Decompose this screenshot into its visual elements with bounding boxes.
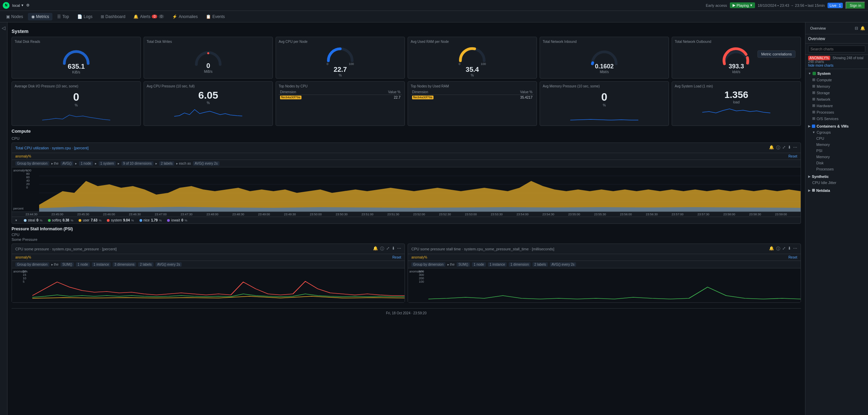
legend-system-unit: % (131, 219, 134, 222)
tab-events[interactable]: 📋 Events (202, 13, 228, 20)
tree-ojs[interactable]: ⊞ O/S Services (809, 115, 868, 122)
xaxis-t19: 23:53:30 (491, 213, 503, 216)
tree-cgroups-cpu[interactable]: CPU (814, 135, 868, 142)
tab-top[interactable]: ☰ Top (54, 13, 72, 20)
tab-alerts[interactable]: 🔔 Alerts 0 0 (130, 13, 167, 20)
card-disk-writes-title: Total Disk Writes (147, 40, 270, 44)
cpu-yvals: 100806040200 (26, 167, 39, 190)
more-icon[interactable]: ⋯ (397, 246, 401, 252)
tree-network[interactable]: ⊞ Network (809, 96, 868, 102)
info-icon[interactable]: ⓘ (380, 246, 384, 252)
tree-cgroups-psi-label: Memory (816, 143, 830, 147)
live-badge[interactable]: Live 1 (828, 3, 843, 8)
env-selector[interactable]: local ▾ ⚙ (12, 3, 30, 7)
tree-cgroups[interactable]: ▼ Cgroups (809, 129, 868, 135)
tree-cgroups-psi[interactable]: PSI (814, 148, 868, 154)
tree-compute[interactable]: ⊞ Compute (809, 77, 868, 83)
xaxis-t18: 23:53:00 (465, 213, 477, 216)
gauge-ram: 0 100 35.4 % (411, 45, 534, 76)
query-sep3: ▸ (95, 162, 97, 165)
download-icon[interactable]: ⬇ (392, 246, 395, 252)
alert-chart-icon[interactable]: 🔔 (769, 145, 774, 151)
sys-load-value: 1.356 (675, 89, 798, 100)
alert-icon[interactable]: 🔔 (373, 246, 378, 252)
query-tag-system: 1 system (99, 161, 116, 166)
query-reset[interactable]: Reset (788, 154, 797, 158)
info-chart-icon[interactable]: ⓘ (776, 145, 780, 151)
legend-steal: steal 0 % (24, 218, 43, 222)
download-chart-icon[interactable]: ⬇ (788, 145, 791, 151)
tree-synthetic[interactable]: ▶ Synthetic (805, 173, 868, 180)
legend-nice-value: 1.79 (151, 218, 158, 222)
tree-netdata[interactable]: ▶ ⊞ Netdata (805, 187, 868, 194)
tree-cgroups-memory[interactable]: Memory (814, 142, 868, 148)
nodes-ram-table: Dimension Value % flec64a30f79a 35.4217 (411, 89, 534, 100)
tree-cgroups-memory2[interactable]: Memory (814, 154, 868, 160)
more-icon-r[interactable]: ⋯ (793, 246, 797, 252)
tree-storage[interactable]: ⊞ Storage (809, 89, 868, 96)
tree-processes[interactable]: ⊞ Processes (809, 109, 868, 115)
tree-hardware[interactable]: ⊞ Hardware (809, 102, 868, 109)
metric-correlations-button[interactable]: Metric correlations (757, 50, 796, 58)
psi-r-reset[interactable]: Reset (788, 255, 797, 259)
card-disk-writes: Total Disk Writes 0 MiB/s (144, 37, 273, 79)
info-icon-r[interactable]: ⓘ (776, 246, 780, 252)
tree-cgroups-procs[interactable]: Processes (814, 166, 868, 172)
nodes-cpu-header: Dimension Value % (279, 89, 402, 95)
tab-metrics[interactable]: ◉ Metrics (28, 13, 53, 20)
xaxis-t24: 23:56:00 (620, 213, 632, 216)
gauge-disk-writes: 0 MiB/s (147, 45, 270, 76)
settings-icon[interactable]: ⚙ (26, 3, 30, 7)
expand-icon[interactable]: ⤢ (386, 246, 390, 252)
tree-processes-label: Processes (817, 110, 834, 114)
left-collapse-button[interactable]: ◁ (0, 22, 7, 415)
alert-icon-r[interactable]: 🔔 (769, 246, 774, 252)
live-count: 1 (839, 3, 841, 7)
tab-overview[interactable]: Overview (808, 25, 828, 31)
tree-containers[interactable]: ▶ Containers & VMs (805, 123, 868, 129)
expand-chart-icon[interactable]: ⤢ (782, 145, 786, 151)
playing-button[interactable]: ▶ Playing ▾ (730, 2, 755, 8)
live-label: Live (830, 3, 836, 7)
disk-io-sparkline (15, 110, 138, 122)
psi-left-query2: Group by dimension ▸ the SUM() 1 node 1 … (12, 261, 405, 268)
mem-pressure-value: 0 (543, 91, 666, 103)
xaxis-t2: 23:45:00 (51, 213, 63, 216)
legend-user-dot (79, 219, 81, 222)
yaxis-percent-label: percent (13, 207, 24, 210)
tab-dashboard[interactable]: ⊞ Dashboard (97, 13, 129, 20)
legend-system-dot (107, 219, 110, 222)
grid-network-icon: ⊞ (812, 97, 815, 101)
psi-reset[interactable]: Reset (392, 255, 401, 259)
tree-system[interactable]: ▼ System (805, 70, 868, 77)
query-sep6: ▸ each as (176, 162, 191, 165)
more-chart-icon[interactable]: ⋯ (793, 145, 797, 151)
grid-hw-icon: ⊞ (812, 103, 815, 108)
legend-user-unit: % (99, 219, 101, 222)
legend-collapse-icon[interactable]: ▾ (15, 218, 17, 222)
tree-cpu-idle-jitter[interactable]: CPU Idle Jitter (809, 180, 868, 186)
psi-left-controls[interactable]: 🔔 ⓘ ⤢ ⬇ ⋯ (373, 246, 401, 252)
tab-alerts-label: Alerts (140, 14, 150, 19)
bell-panel-icon[interactable]: 🔔 (860, 26, 865, 31)
psi-right-query2: Group by dimension ▸ the SUM() 1 node 1 … (408, 261, 801, 268)
tab-nodes[interactable]: ▣ Nodes (3, 13, 27, 20)
chart-controls[interactable]: 🔔 ⓘ ⤢ ⬇ ⋯ (769, 145, 797, 151)
grid-icon: ⊞ (101, 14, 104, 19)
tab-logs[interactable]: 📄 Logs (74, 13, 96, 20)
charts-more-link[interactable]: hide more charts (808, 64, 833, 67)
dim-header: Dimension (280, 90, 296, 94)
filter-icon[interactable]: ⊟ (855, 26, 858, 31)
tree-cgroups-disk-label: Disk (816, 161, 823, 165)
tree-cgroups-disk[interactable]: Disk (814, 160, 868, 166)
grid-memory-icon: ⊞ (812, 84, 815, 88)
search-input[interactable] (808, 46, 865, 52)
psi-right-controls[interactable]: 🔔 ⓘ ⤢ ⬇ ⋯ (769, 246, 797, 252)
xaxis-t22: 23:55:00 (568, 213, 580, 216)
tab-anomalies[interactable]: ⚡ Anomalies (169, 13, 201, 20)
tree-memory[interactable]: ⊞ Memory (809, 83, 868, 89)
signin-button[interactable]: Sign in (846, 2, 865, 9)
expand-icon-r[interactable]: ⤢ (782, 246, 786, 252)
download-icon-r[interactable]: ⬇ (788, 246, 791, 252)
card-top-nodes-ram: Top Nodes by Used RAM Dimension Value % … (408, 81, 537, 126)
